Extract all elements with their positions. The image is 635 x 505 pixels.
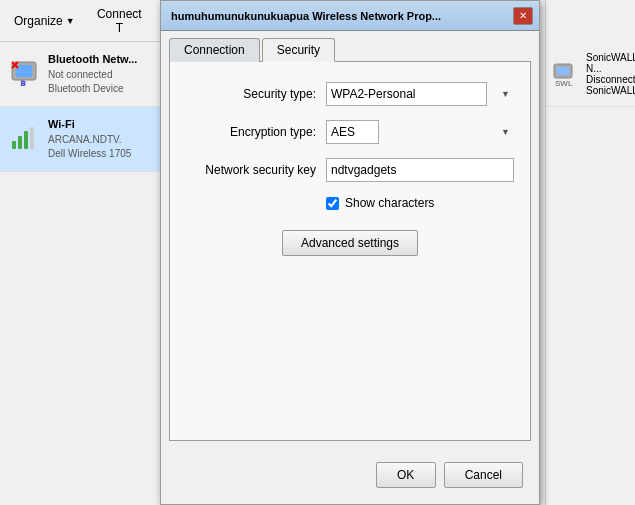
encryption-type-select[interactable]: AES TKIP: [326, 120, 379, 144]
advanced-settings-button[interactable]: Advanced settings: [282, 230, 418, 256]
encryption-type-row: Encryption type: AES TKIP ▼: [186, 120, 514, 144]
organize-chevron-icon: ▼: [66, 16, 75, 26]
svg-rect-7: [24, 131, 28, 149]
sonicwall-detail: SonicWALL ...: [586, 85, 635, 96]
sonicwall-name: SonicWALL N...: [586, 52, 635, 74]
security-type-label: Security type:: [186, 87, 316, 101]
ok-button[interactable]: OK: [376, 462, 436, 488]
security-tab-content: Security type: WPA2-Personal WPA-Persona…: [169, 61, 531, 441]
wifi-network-text: Wi-Fi ARCANA.NDTV. Dell Wireless 1705: [48, 117, 131, 160]
cancel-button[interactable]: Cancel: [444, 462, 523, 488]
dialog-tabs: Connection Security: [161, 31, 539, 61]
sonicwall-network-item[interactable]: SWL SonicWALL N... Disconnecte... SonicW…: [546, 42, 635, 107]
network-key-label: Network security key: [186, 163, 316, 177]
wifi-network-item[interactable]: Wi-Fi ARCANA.NDTV. Dell Wireless 1705: [0, 107, 160, 172]
tab-connection[interactable]: Connection: [169, 38, 260, 62]
dialog-titlebar: humuhumunukunukuapua Wireless Network Pr…: [161, 1, 539, 31]
encryption-type-select-wrapper: AES TKIP ▼: [326, 120, 514, 144]
security-type-arrow-icon: ▼: [501, 89, 510, 99]
svg-rect-5: [12, 141, 16, 149]
show-characters-checkbox[interactable]: [326, 197, 339, 210]
security-type-select-wrapper: WPA2-Personal WPA-Personal WEP No authen…: [326, 82, 514, 106]
bluetooth-network-text: Bluetooth Netw... Not connected Bluetoot…: [48, 52, 137, 95]
organize-button[interactable]: Organize ▼: [8, 11, 81, 31]
toolbar: Organize ▼ Connect T: [0, 0, 160, 42]
show-characters-row: Show characters: [186, 196, 514, 210]
svg-rect-6: [18, 136, 22, 149]
wifi-network-name: Wi-Fi: [48, 117, 131, 132]
dialog-footer: OK Cancel: [376, 462, 523, 488]
connect-label: Connect T: [93, 7, 146, 35]
tab-security-label: Security: [277, 43, 320, 57]
right-panel: SWL SonicWALL N... Disconnecte... SonicW…: [545, 0, 635, 505]
show-characters-label: Show characters: [345, 196, 434, 210]
tab-security[interactable]: Security: [262, 38, 335, 62]
bluetooth-network-item[interactable]: ʙ Bluetooth Netw... Not connected Blueto…: [0, 42, 160, 107]
bluetooth-icon: ʙ: [8, 58, 40, 90]
dialog-close-button[interactable]: ✕: [513, 7, 533, 25]
svg-text:SWL: SWL: [555, 79, 573, 88]
sonicwall-icon: SWL: [552, 60, 580, 88]
tab-connection-label: Connection: [184, 43, 245, 57]
wifi-ssid: ARCANA.NDTV.: [48, 133, 131, 147]
network-key-input[interactable]: [326, 158, 514, 182]
svg-rect-8: [30, 127, 34, 149]
sonicwall-network-text: SonicWALL N... Disconnecte... SonicWALL …: [586, 52, 635, 96]
connect-button[interactable]: Connect T: [87, 4, 152, 38]
wireless-network-dialog: humuhumunukunukuapua Wireless Network Pr…: [160, 0, 540, 505]
organize-label: Organize: [14, 14, 63, 28]
security-type-select[interactable]: WPA2-Personal WPA-Personal WEP No authen…: [326, 82, 487, 106]
svg-rect-10: [557, 67, 569, 75]
encryption-type-label: Encryption type:: [186, 125, 316, 139]
svg-rect-1: [16, 65, 32, 77]
wifi-icon: [8, 123, 40, 155]
sonicwall-status: Disconnecte...: [586, 74, 635, 85]
dialog-title: humuhumunukunukuapua Wireless Network Pr…: [171, 10, 513, 22]
wifi-adapter: Dell Wireless 1705: [48, 147, 131, 161]
bluetooth-network-detail: Bluetooth Device: [48, 82, 137, 96]
security-type-row: Security type: WPA2-Personal WPA-Persona…: [186, 82, 514, 106]
network-key-row: Network security key: [186, 158, 514, 182]
encryption-type-arrow-icon: ▼: [501, 127, 510, 137]
bluetooth-network-name: Bluetooth Netw...: [48, 52, 137, 67]
svg-text:ʙ: ʙ: [20, 77, 26, 88]
bluetooth-network-status: Not connected: [48, 68, 137, 82]
